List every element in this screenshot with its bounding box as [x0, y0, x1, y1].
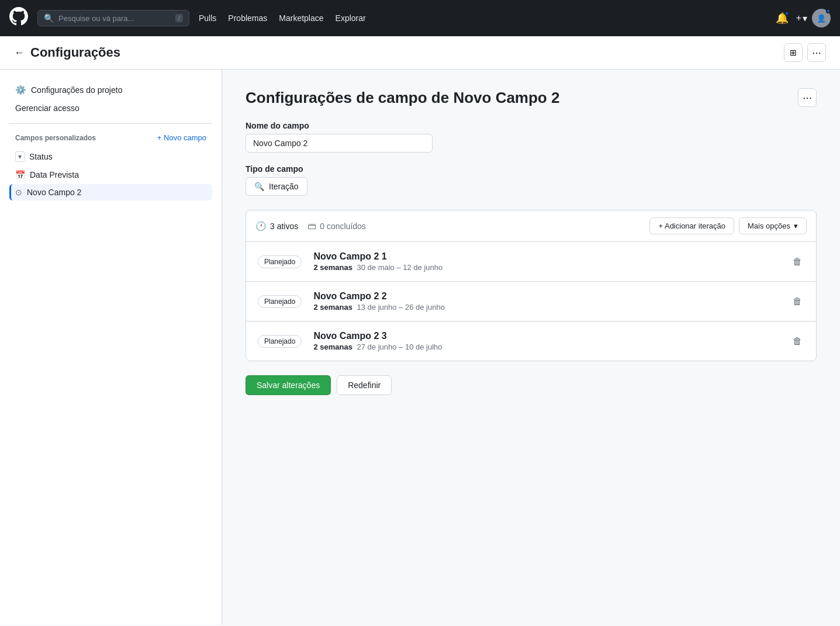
sidebar-item-status-label: Status [29, 152, 53, 161]
content-title: Configurações de campo de Novo Campo 2 [246, 89, 559, 107]
search-bar[interactable]: 🔍 Pesquise ou vá para... / [37, 10, 189, 26]
sidebar-manage-access-label: Gerenciar acesso [15, 103, 79, 113]
nav-explorar[interactable]: Explorar [336, 13, 366, 23]
split-view-button[interactable]: ⊞ [784, 43, 803, 62]
action-buttons: Salvar alterações Redefinir [246, 375, 817, 395]
sidebar-section-header: Campos personalizados + Novo campo [9, 131, 212, 144]
iteration-name-3: Novo Campo 2 3 [313, 331, 790, 341]
iteration-date-range-1: 30 de maio – 12 de junho [357, 263, 443, 272]
sidebar-item-data-prevista[interactable]: 📅 Data Prevista [9, 167, 212, 183]
completed-stat: 🗃 0 concluídos [307, 221, 366, 231]
sidebar-divider [9, 123, 212, 124]
custom-fields-label: Campos personalizados [15, 134, 96, 142]
status-dropdown-icon: ▾ [15, 151, 25, 162]
github-logo[interactable] [9, 7, 28, 30]
field-type-button[interactable]: 🔍 Iteração [246, 177, 307, 196]
create-button[interactable]: +▾ [796, 13, 807, 24]
completed-count: 0 concluídos [320, 222, 366, 231]
sidebar-item-manage-access[interactable]: Gerenciar acesso [9, 100, 212, 116]
field-name-label: Nome do campo [246, 121, 817, 130]
iteration-dates-1: 2 semanas 30 de maio – 12 de junho [313, 263, 790, 272]
nav-marketplace[interactable]: Marketplace [279, 13, 323, 23]
page-header: ← Configurações ⊞ ⋯ [0, 36, 840, 70]
iteration-row-3: Planejado Novo Campo 2 3 2 semanas 27 de… [246, 321, 816, 361]
page-header-left: ← Configurações [14, 45, 120, 60]
iteration-name-1: Novo Campo 2 1 [313, 251, 790, 262]
active-count: 3 ativos [270, 222, 298, 231]
field-type-value: Iteração [269, 182, 299, 191]
iteration-info-1: Novo Campo 2 1 2 semanas 30 de maio – 12… [313, 251, 790, 272]
iteration-badge-3: Planejado [258, 335, 302, 348]
iteration-date-range-3: 27 de junho – 10 de julho [357, 343, 443, 351]
gear-icon: ⚙️ [15, 85, 26, 95]
iteration-name-2: Novo Campo 2 2 [313, 291, 790, 302]
iteration-badge-2: Planejado [258, 295, 302, 308]
more-options-header-button[interactable]: ⋯ [807, 43, 826, 62]
reset-button[interactable]: Redefinir [337, 375, 392, 395]
sidebar-item-label: Configurações do projeto [31, 85, 122, 95]
search-kbd: / [175, 14, 183, 22]
iteration-row-2: Planejado Novo Campo 2 2 2 semanas 13 de… [246, 282, 816, 321]
main-layout: ⚙️ Configurações do projeto Gerenciar ac… [0, 70, 840, 625]
iteration-row-1: Planejado Novo Campo 2 1 2 semanas 30 de… [246, 242, 816, 282]
new-campo-button[interactable]: + Novo campo [157, 133, 206, 142]
iteration-dates-2: 2 semanas 13 de junho – 26 de junho [313, 303, 790, 312]
avatar-badge [826, 9, 831, 13]
field-name-section: Nome do campo [246, 121, 817, 164]
delete-iteration-2-button[interactable]: 🗑 [790, 294, 804, 309]
sidebar-item-novo-campo-2[interactable]: ⊙ Novo Campo 2 [9, 184, 212, 200]
search-placeholder: Pesquise ou vá para... [58, 14, 134, 23]
content-area: Configurações de campo de Novo Campo 2 ⋯… [222, 70, 840, 625]
sidebar-item-project-settings[interactable]: ⚙️ Configurações do projeto [9, 81, 212, 99]
chevron-down-icon: ▾ [794, 222, 798, 230]
nav-problemas[interactable]: Problemas [228, 13, 267, 23]
iteration-dates-3: 2 semanas 27 de junho – 10 de julho [313, 343, 790, 351]
field-type-label: Tipo de campo [246, 164, 817, 174]
notifications-button[interactable]: 🔔 [773, 9, 791, 27]
save-button[interactable]: Salvar alterações [246, 375, 331, 395]
delete-iteration-3-button[interactable]: 🗑 [790, 334, 804, 349]
iteration-info-2: Novo Campo 2 2 2 semanas 13 de junho – 2… [313, 291, 790, 312]
page-title: Configurações [30, 45, 120, 60]
clock-icon: 🕐 [255, 221, 267, 231]
delete-iteration-1-button[interactable]: 🗑 [790, 254, 804, 269]
add-iteration-button[interactable]: + Adicionar iteração [649, 217, 734, 234]
page-header-actions: ⊞ ⋯ [784, 43, 826, 62]
iterations-box: 🕐 3 ativos 🗃 0 concluídos + Adicionar it… [246, 210, 817, 361]
archive-icon: 🗃 [307, 221, 316, 231]
sidebar: ⚙️ Configurações do projeto Gerenciar ac… [0, 70, 222, 625]
field-name-input[interactable] [246, 134, 433, 153]
back-button[interactable]: ← [14, 47, 25, 59]
iteration-date-range-2: 13 de junho – 26 de junho [357, 303, 445, 312]
iteration-badge-1: Planejado [258, 255, 302, 268]
calendar-icon: 📅 [15, 170, 25, 179]
topnav-right: 🔔 +▾ 👤 [773, 9, 831, 27]
field-type-section: Tipo de campo 🔍 Iteração [246, 164, 817, 196]
topnav-links: Pulls Problemas Marketplace Explorar [199, 13, 366, 23]
sidebar-item-status[interactable]: ▾ Status [9, 148, 212, 165]
avatar[interactable]: 👤 [812, 9, 831, 27]
topnav: 🔍 Pesquise ou vá para... / Pulls Problem… [0, 0, 840, 36]
content-more-options-button[interactable]: ⋯ [798, 88, 817, 107]
search-icon: 🔍 [44, 13, 54, 23]
iteration-icon: ⊙ [15, 188, 22, 197]
iterations-header: 🕐 3 ativos 🗃 0 concluídos + Adicionar it… [246, 210, 816, 242]
nav-pulls[interactable]: Pulls [199, 13, 216, 23]
iteration-info-3: Novo Campo 2 3 2 semanas 27 de junho – 1… [313, 331, 790, 351]
sidebar-item-data-label: Data Prevista [30, 170, 79, 179]
content-header: Configurações de campo de Novo Campo 2 ⋯ [246, 88, 817, 107]
active-stat: 🕐 3 ativos [255, 221, 298, 231]
iterations-actions: + Adicionar iteração Mais opções ▾ [649, 217, 807, 234]
more-opts-label: Mais opções [748, 222, 790, 230]
iteration-type-icon: 🔍 [254, 182, 264, 191]
notification-badge [784, 11, 789, 16]
more-options-iterations-button[interactable]: Mais opções ▾ [739, 217, 807, 234]
sidebar-item-novo-campo-label: Novo Campo 2 [27, 188, 81, 197]
